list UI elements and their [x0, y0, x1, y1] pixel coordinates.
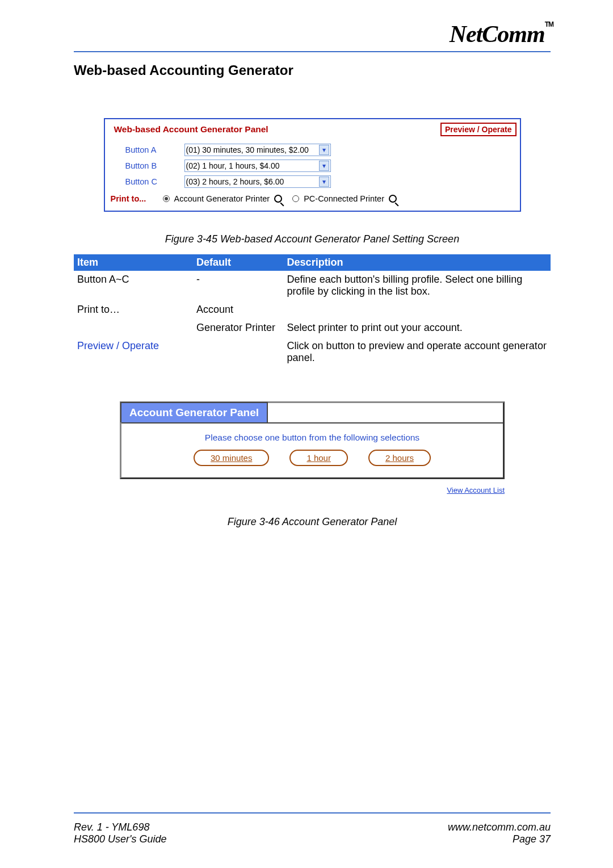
- chevron-down-icon: ▾: [319, 145, 329, 155]
- cell-default: -: [193, 271, 284, 301]
- table-row: Generator Printer Select printer to prin…: [74, 319, 551, 337]
- preview-operate-button[interactable]: Preview / Operate: [440, 123, 517, 136]
- account-generator-printer-radio[interactable]: [163, 195, 170, 202]
- button-a-select[interactable]: (01) 30 minutes, 30 minutes, $2.00 ▾: [184, 144, 331, 156]
- header-item: Item: [74, 254, 193, 271]
- pill-2-hours-button[interactable]: 2 hours: [368, 450, 431, 466]
- footer-url: www.netcomm.com.au: [448, 821, 551, 833]
- pc-connected-printer-radio[interactable]: [292, 195, 299, 202]
- settings-description-table: Item Default Description Button A~C - De…: [74, 254, 551, 367]
- account-generator-printer-label: Account Generator Printer: [174, 194, 270, 203]
- cell-item: [74, 319, 193, 337]
- header-description: Description: [284, 254, 551, 271]
- button-c-select-value: (03) 2 hours, 2 hours, $6.00: [186, 177, 284, 186]
- button-b-row: Button B (02) 1 hour, 1 hours, $4.00 ▾: [106, 158, 519, 174]
- brand-name: NetComm: [450, 21, 545, 47]
- cell-default: [193, 337, 284, 367]
- button-a-select-value: (01) 30 minutes, 30 minutes, $2.00: [186, 145, 309, 154]
- top-rule: [74, 51, 551, 52]
- cell-desc: Define each button's billing profile. Se…: [284, 271, 551, 301]
- pill-30-minutes-button[interactable]: 30 minutes: [194, 450, 269, 466]
- figure-caption-2: Figure 3-46 Account Generator Panel: [74, 516, 551, 528]
- cell-item: Print to…: [74, 301, 193, 319]
- cell-desc: Click on button to preview and operate a…: [284, 337, 551, 367]
- panel-instruction: Please choose one button from the follow…: [121, 433, 503, 443]
- button-c-label: Button C: [125, 177, 184, 186]
- pc-connected-printer-label: PC-Connected Printer: [304, 194, 384, 203]
- button-c-row: Button C (03) 2 hours, 2 hours, $6.00 ▾: [106, 174, 519, 190]
- button-a-row: Button A (01) 30 minutes, 30 minutes, $2…: [106, 142, 519, 158]
- cell-desc: [284, 301, 551, 319]
- table-row: Print to… Account: [74, 301, 551, 319]
- chevron-down-icon: ▾: [319, 161, 329, 171]
- page-footer: Rev. 1 - YML698 HS800 User's Guide www.n…: [74, 821, 551, 845]
- account-generator-panel-tab: Account Generator Panel: [120, 402, 268, 422]
- brand-tm: TM: [545, 20, 553, 28]
- account-generator-panel: Account Generator Panel Please choose on…: [120, 401, 505, 479]
- cell-item-link[interactable]: Preview / Operate: [74, 337, 193, 367]
- button-b-label: Button B: [125, 161, 184, 170]
- bottom-rule: [74, 812, 551, 814]
- button-a-label: Button A: [125, 145, 184, 154]
- header-default: Default: [193, 254, 284, 271]
- table-row: Button A~C - Define each button's billin…: [74, 271, 551, 301]
- button-c-select[interactable]: (03) 2 hours, 2 hours, $6.00 ▾: [184, 175, 331, 188]
- footer-page: Page 37: [448, 833, 551, 845]
- footer-rev: Rev. 1 - YML698: [74, 821, 167, 833]
- chevron-down-icon: ▾: [319, 177, 329, 187]
- figure-caption-1: Figure 3-45 Web-based Account Generator …: [74, 233, 551, 245]
- table-row: Preview / Operate Click on button to pre…: [74, 337, 551, 367]
- cell-desc: Select printer to print out your account…: [284, 319, 551, 337]
- search-icon[interactable]: [274, 195, 282, 203]
- account-generator-settings-panel: Web-based Account Generator Panel Previe…: [104, 118, 521, 212]
- footer-guide: HS800 User's Guide: [74, 833, 167, 845]
- search-icon[interactable]: [389, 195, 397, 203]
- view-account-list-link[interactable]: View Account List: [120, 486, 505, 494]
- cell-default: Account: [193, 301, 284, 319]
- button-b-select-value: (02) 1 hour, 1 hours, $4.00: [186, 161, 280, 170]
- account-generator-panel-wrap: Account Generator Panel Please choose on…: [120, 401, 505, 494]
- print-to-row: Print to... Account Generator Printer PC…: [106, 190, 519, 209]
- button-b-select[interactable]: (02) 1 hour, 1 hours, $4.00 ▾: [184, 160, 331, 172]
- section-title: Web-based Accounting Generator: [74, 62, 551, 78]
- panel-title: Web-based Account Generator Panel: [114, 124, 268, 135]
- cell-default: Generator Printer: [193, 319, 284, 337]
- brand-logo: NetCommTM: [450, 20, 553, 48]
- print-to-label: Print to...: [111, 194, 146, 203]
- cell-item: Button A~C: [74, 271, 193, 301]
- pill-1-hour-button[interactable]: 1 hour: [289, 450, 348, 466]
